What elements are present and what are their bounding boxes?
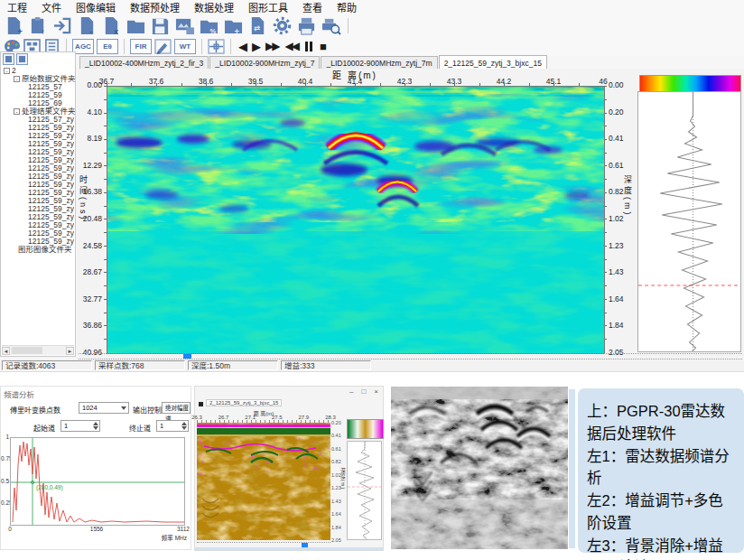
window-control-button[interactable]: □ <box>361 387 366 396</box>
cut-folder-icon[interactable]: % <box>199 16 219 35</box>
tree-item[interactable]: 12125_59 <box>1 91 75 99</box>
tree-item[interactable]: 12125_59_zy <box>1 148 75 156</box>
save-image-icon[interactable] <box>174 16 195 35</box>
expand-icon[interactable] <box>23 190 26 196</box>
tree-item[interactable]: - 处理结果文件夹 <box>1 107 75 116</box>
expand-icon[interactable]: - <box>4 68 10 74</box>
tab[interactable]: _LID10002-400MHzm_zytj_2_fir_3 <box>79 56 209 69</box>
expand-icon[interactable] <box>23 149 26 155</box>
trace-position-slider[interactable] <box>79 353 742 359</box>
play-button[interactable]: ▶ <box>250 39 261 54</box>
expand-icon[interactable] <box>23 125 26 131</box>
expand-icon[interactable] <box>23 214 26 220</box>
output-mode-field[interactable]: 绝对幅度谱 <box>162 402 191 414</box>
expand-icon[interactable] <box>23 206 26 212</box>
expand-icon[interactable] <box>23 173 26 180</box>
add-folder-icon[interactable]: + <box>223 16 244 35</box>
convert-file-icon[interactable]: ⇄ <box>247 16 268 35</box>
save-icon[interactable] <box>150 16 171 35</box>
menu-item[interactable]: 图形工具 <box>248 0 288 14</box>
tree-item[interactable]: 12125_59_zy <box>1 173 75 181</box>
start-trace-spinner[interactable]: 1 <box>60 420 100 432</box>
tree-item[interactable]: 12125_59_zy <box>1 140 75 148</box>
fast-forward-button[interactable]: ▶▶ <box>264 39 280 54</box>
crosshair-icon[interactable] <box>208 39 225 54</box>
scrollbar-thumb[interactable] <box>12 347 42 354</box>
layers-icon[interactable] <box>16 53 28 65</box>
expand-icon[interactable] <box>23 182 26 188</box>
tree-item[interactable]: 12125_59_zy <box>1 181 75 189</box>
menu-item[interactable]: 帮助 <box>337 0 357 14</box>
tree-view-icon[interactable] <box>3 53 14 65</box>
print-preview-icon[interactable] <box>321 16 341 35</box>
tree-item[interactable]: 图形图像文件夹 <box>1 246 75 254</box>
grayscale-bscan-canvas[interactable] <box>391 387 568 549</box>
end-trace-spinner[interactable]: 1 <box>156 420 189 432</box>
fir-filter-button[interactable]: FIR <box>130 39 152 54</box>
menu-item[interactable]: 文件 <box>42 0 61 14</box>
expand-icon[interactable] <box>23 157 26 163</box>
expand-icon[interactable] <box>23 165 26 172</box>
fft-points-select[interactable]: 1024 <box>79 402 129 414</box>
rewind-button[interactable]: ◀◀ <box>283 39 299 54</box>
settings-gear-icon[interactable] <box>272 16 293 35</box>
menu-item[interactable]: 数据处理 <box>194 0 234 14</box>
menu-item[interactable]: 数据预处理 <box>130 0 180 14</box>
tree-item[interactable]: 12125_57_zy <box>1 116 75 124</box>
expand-icon[interactable] <box>23 133 26 139</box>
stop-button[interactable]: ■ <box>318 39 327 54</box>
tree-item[interactable]: - 2 <box>1 67 75 75</box>
expand-icon[interactable] <box>23 230 26 237</box>
menu-item[interactable]: 图像编辑 <box>76 0 116 14</box>
print-icon[interactable] <box>296 16 317 35</box>
open-folder-icon[interactable] <box>126 16 146 35</box>
tree-item[interactable]: 12125_69 <box>1 99 75 107</box>
tree-item[interactable]: - 原始数据文件夹 <box>1 75 75 83</box>
tree-item[interactable]: 12125_59_zy <box>1 213 75 221</box>
spinner-arrows-icon[interactable] <box>93 422 98 430</box>
wavelet-button[interactable]: WT <box>174 39 196 54</box>
tree-item[interactable]: 12125_59_zy <box>1 164 75 173</box>
spinner-arrows-icon[interactable] <box>181 422 187 430</box>
tree-item[interactable]: 12125_59_zy <box>1 238 75 246</box>
expand-icon[interactable] <box>23 238 26 245</box>
remove-file-icon[interactable]: - <box>77 16 98 35</box>
tree-item[interactable]: 12125_59_zy <box>1 132 75 140</box>
scroll-left-icon[interactable]: ◄ <box>2 347 10 355</box>
brush-icon[interactable] <box>154 39 172 54</box>
tree-item[interactable]: 12125_57 <box>1 83 75 91</box>
tree-item[interactable]: 12125_59_zy <box>1 221 75 229</box>
expand-icon[interactable]: - <box>14 76 20 82</box>
slider-thumb[interactable] <box>183 354 191 359</box>
expand-icon[interactable] <box>23 222 26 229</box>
dewow-button[interactable]: Eθ <box>97 39 118 54</box>
expand-icon[interactable] <box>23 92 26 98</box>
delete-file-icon[interactable]: x <box>101 16 122 35</box>
radar-bscan-canvas[interactable] <box>107 86 605 354</box>
expand-icon[interactable] <box>14 247 16 253</box>
tree-item[interactable]: 12125_59_zy <box>1 156 75 164</box>
paste-file-icon[interactable]: ↑ <box>28 16 49 35</box>
tree-item[interactable]: 12125_59_zy <box>1 124 75 132</box>
import-icon[interactable] <box>52 16 73 35</box>
tab[interactable]: _LID10002-900MHzm_zytj_7 <box>209 56 320 69</box>
tree-horizontal-scrollbar[interactable]: ◄ ► <box>2 345 74 355</box>
gold-bscan-canvas[interactable] <box>197 423 330 540</box>
tree-item[interactable]: 12125_59_zy <box>1 189 75 197</box>
scroll-right-icon[interactable]: ► <box>66 347 74 355</box>
expand-icon[interactable] <box>23 198 26 204</box>
expand-icon[interactable] <box>23 100 26 107</box>
expand-icon[interactable] <box>23 84 26 90</box>
expand-icon[interactable] <box>23 141 26 147</box>
expand-icon[interactable] <box>23 117 26 123</box>
menu-item[interactable]: 查看 <box>302 0 322 14</box>
tab[interactable]: _LID10002-900MHzm_zytj_7m <box>321 56 437 69</box>
window-control-button[interactable]: × <box>374 387 378 396</box>
tree-item[interactable]: 12125_59_zy <box>1 229 75 238</box>
tree-item[interactable]: 12125_59_zy <box>1 197 75 205</box>
window-control-button[interactable]: – <box>349 387 353 396</box>
expand-icon[interactable]: - <box>14 108 20 115</box>
pause-button[interactable] <box>302 42 315 51</box>
new-file-icon[interactable]: + <box>4 16 24 35</box>
tab[interactable]: 2_12125_59_zytj_3_bjxc_15 <box>439 55 547 69</box>
